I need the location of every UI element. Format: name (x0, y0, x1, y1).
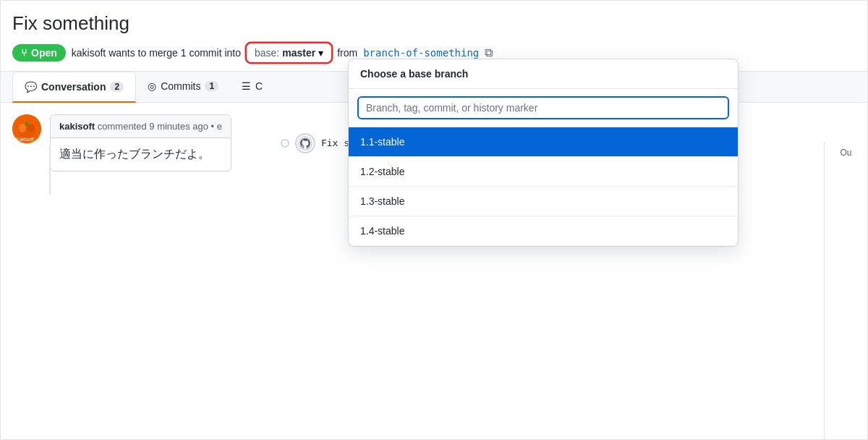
compare-branch-link[interactable]: branch-of-something (363, 47, 479, 59)
base-branch-name: master (282, 47, 315, 59)
from-text: from (337, 47, 357, 59)
dropdown-item-1[interactable]: 1.2-stable (349, 157, 738, 187)
commits-icon: ◎ (148, 80, 156, 92)
svg-point-2 (19, 124, 26, 132)
timeline-line (49, 146, 51, 195)
pr-description: kakisoft wants to merge 1 commit into (72, 47, 241, 59)
tab-checks-label: C (255, 80, 263, 92)
tab-conversation-count: 2 (110, 82, 124, 92)
status-badge: ⑂ Open (12, 44, 66, 62)
dropdown-item-0[interactable]: 1.1-stable (349, 127, 738, 157)
status-label: Open (31, 47, 57, 59)
page-title: Fix something (12, 12, 856, 35)
checks-icon: ☰ (242, 80, 251, 92)
comment-meta-1: commented 9 minutes ago • e (98, 121, 222, 132)
tab-commits[interactable]: ◎ Commits 1 (136, 72, 230, 102)
comment-box-1: kakisoft commented 9 minutes ago • e 適当に… (50, 114, 231, 172)
comment-item-1: Kakisoft kakisoft commented 9 minutes ag… (12, 114, 231, 172)
conversation-icon: 💬 (25, 81, 37, 93)
chevron-down-icon: ▾ (318, 47, 323, 59)
tab-checks[interactable]: ☰ C (230, 72, 266, 102)
base-branch-button[interactable]: base: master ▾ (247, 43, 331, 62)
status-icon: ⑂ (21, 47, 27, 59)
comment-header-1: kakisoft commented 9 minutes ago • e (51, 115, 231, 138)
commenter-username-1: kakisoft (59, 121, 95, 132)
comment-body-1: 適当に作ったブランチだよ。 (51, 138, 231, 171)
svg-point-3 (27, 124, 35, 132)
tab-commits-count: 1 (205, 81, 218, 91)
comment-text-1: 適当に作ったブランチだよ。 (59, 148, 210, 160)
base-label: base: (255, 47, 279, 59)
svg-rect-4 (25, 122, 28, 126)
svg-text:Kakisoft: Kakisoft (16, 137, 34, 142)
dropdown-list: 1.1-stable 1.2-stable 1.3-stable 1.4-sta… (349, 127, 738, 246)
page-container: Fix something ⑂ Open kakisoft wants to m… (0, 0, 868, 440)
dropdown-title: Choose a base branch (349, 59, 738, 89)
branch-search-input[interactable] (357, 96, 729, 119)
tab-conversation-label: Conversation (41, 81, 106, 93)
commit-dot-icon (281, 139, 289, 148)
dropdown-search-area (349, 89, 738, 127)
dropdown-item-3[interactable]: 1.4-stable (349, 216, 738, 246)
dropdown-item-2[interactable]: 1.3-stable (349, 187, 738, 216)
copy-icon[interactable]: ⧉ (485, 46, 493, 59)
avatar-kakisoft-1: Kakisoft (12, 114, 41, 143)
tab-commits-label: Commits (161, 80, 200, 92)
sidebar-label: Ou (825, 142, 867, 164)
tab-conversation[interactable]: 💬 Conversation 2 (12, 72, 136, 103)
commit-github-icon (295, 133, 315, 153)
base-branch-dropdown: Choose a base branch 1.1-stable 1.2-stab… (348, 59, 739, 247)
sidebar-panel: Ou (824, 142, 867, 439)
